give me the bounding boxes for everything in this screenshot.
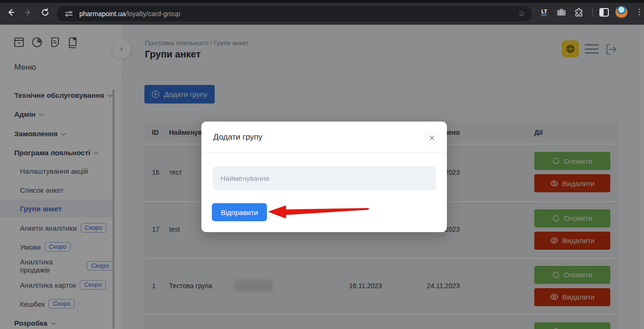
profile-avatar[interactable] <box>615 6 628 19</box>
bookmark-star-icon[interactable]: ☆ <box>518 9 525 19</box>
extensions-puzzle-icon[interactable] <box>572 6 586 19</box>
languagetool-extension-icon[interactable]: LT <box>538 6 551 19</box>
screen: pharmapoint.ua/loyalty/card-group ☆ LT ⋮ <box>0 0 644 329</box>
submit-button[interactable]: Відправити <box>212 203 267 221</box>
annotation-arrow <box>266 202 371 223</box>
url-path: /loyalty/card-group <box>125 10 180 18</box>
address-bar[interactable]: pharmapoint.ua/loyalty/card-group ☆ <box>57 6 532 21</box>
modal-title: Додати групу <box>213 132 262 142</box>
forward-icon[interactable] <box>22 6 34 19</box>
window-top-strip <box>0 0 644 3</box>
camera-extension-icon[interactable] <box>555 6 568 19</box>
browser-toolbar: pharmapoint.ua/loyalty/card-group ☆ LT ⋮ <box>0 0 644 25</box>
modal-header: Додати групу <box>201 122 447 153</box>
url-host: pharmapoint.ua <box>79 10 125 18</box>
side-panel-icon[interactable] <box>597 6 611 19</box>
url-text: pharmapoint.ua/loyalty/card-group <box>79 10 180 18</box>
chrome-menu-icon[interactable]: ⋮ <box>635 7 643 16</box>
reload-icon[interactable] <box>39 6 51 19</box>
site-settings-icon[interactable] <box>65 9 73 18</box>
group-name-input[interactable] <box>213 166 436 190</box>
close-icon[interactable] <box>425 131 439 145</box>
back-icon[interactable] <box>5 6 17 19</box>
toolbar-separator <box>592 9 593 17</box>
